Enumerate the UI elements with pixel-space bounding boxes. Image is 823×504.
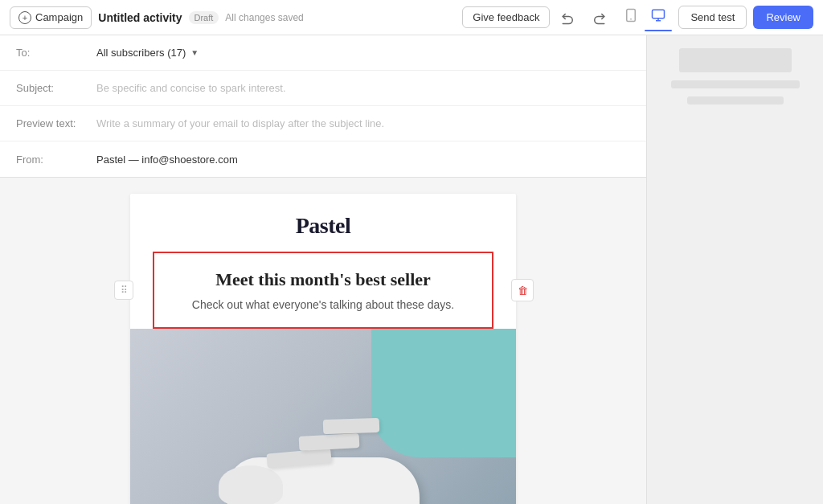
campaign-label: Campaign [35, 11, 83, 23]
device-toggle [617, 3, 672, 31]
desktop-view-button[interactable] [645, 3, 672, 30]
feedback-label: Give feedback [473, 11, 539, 23]
shoe-toe [219, 465, 283, 504]
preview-thumbnail [679, 48, 792, 72]
email-subtext: Check out what everyone's talking about … [167, 298, 479, 311]
mobile-view-button[interactable] [617, 3, 645, 30]
undo-icon [561, 10, 575, 25]
subject-label: Subject: [16, 82, 96, 94]
email-header-section: Pastel [130, 194, 516, 252]
delete-block-button[interactable]: 🗑 [511, 279, 534, 301]
preview-line-2 [687, 96, 784, 104]
email-canvas: Pastel ⠿ Meet this month's best seller C… [0, 178, 646, 504]
activity-title[interactable]: Untitled activity [98, 11, 182, 24]
preview-input[interactable]: Write a summary of your email to display… [96, 117, 384, 129]
review-button[interactable]: Review [753, 6, 813, 29]
undo-button[interactable] [556, 7, 580, 28]
subject-field-row: Subject: Be specific and concise to spar… [0, 71, 646, 106]
to-label: To: [16, 47, 96, 59]
email-body: Pastel ⠿ Meet this month's best seller C… [130, 194, 516, 504]
svg-rect-2 [653, 10, 665, 18]
drag-dots-icon: ⠿ [121, 285, 128, 296]
subject-input[interactable]: Be specific and concise to spark interes… [96, 82, 286, 94]
draft-badge: Draft [189, 11, 219, 24]
to-value[interactable]: All subscribers (17) ▼ [96, 47, 199, 59]
from-field-row: From: Pastel — info@shoestore.com [0, 141, 646, 177]
shoe-shape [219, 409, 428, 504]
mobile-icon [624, 8, 638, 23]
redo-button[interactable] [587, 7, 611, 28]
to-dropdown-arrow: ▼ [190, 48, 199, 57]
review-label: Review [766, 11, 800, 23]
desktop-icon [651, 8, 665, 23]
preview-line-1 [671, 80, 800, 88]
to-field-row: To: All subscribers (17) ▼ [0, 35, 646, 71]
email-composer: To: All subscribers (17) ▼ Subject: Be s… [0, 35, 646, 504]
drag-handle[interactable]: ⠿ [114, 281, 133, 300]
campaign-button[interactable]: + Campaign [10, 6, 92, 29]
shoe-strap-3 [323, 418, 380, 434]
send-test-label: Send test [690, 11, 735, 23]
email-headline: Meet this month's best seller [167, 269, 479, 290]
main-content: To: All subscribers (17) ▼ Subject: Be s… [0, 35, 823, 504]
email-brand: Pastel [146, 213, 500, 239]
saved-status: All changes saved [225, 12, 303, 23]
redo-icon [592, 10, 606, 25]
plus-circle-icon: + [18, 11, 31, 24]
from-value: Pastel — info@shoestore.com [96, 154, 238, 166]
text-block-wrapper: ⠿ Meet this month's best seller Check ou… [140, 252, 506, 329]
feedback-button[interactable]: Give feedback [462, 6, 550, 28]
email-text-block[interactable]: Meet this month's best seller Check out … [153, 252, 493, 329]
trash-icon: 🗑 [518, 285, 528, 297]
topbar-right: Give feedback [462, 3, 813, 31]
shoe-visual [130, 329, 516, 504]
send-test-button[interactable]: Send test [678, 6, 747, 29]
shoe-strap-2 [299, 433, 360, 451]
email-fields: To: All subscribers (17) ▼ Subject: Be s… [0, 35, 646, 178]
preview-label: Preview text: [16, 117, 96, 129]
topbar: + Campaign Untitled activity Draft All c… [0, 0, 823, 35]
preview-field-row: Preview text: Write a summary of your em… [0, 106, 646, 141]
email-image-section [130, 329, 516, 504]
from-label: From: [16, 154, 96, 166]
preview-panel [646, 35, 823, 504]
topbar-left: + Campaign Untitled activity Draft All c… [10, 6, 456, 29]
